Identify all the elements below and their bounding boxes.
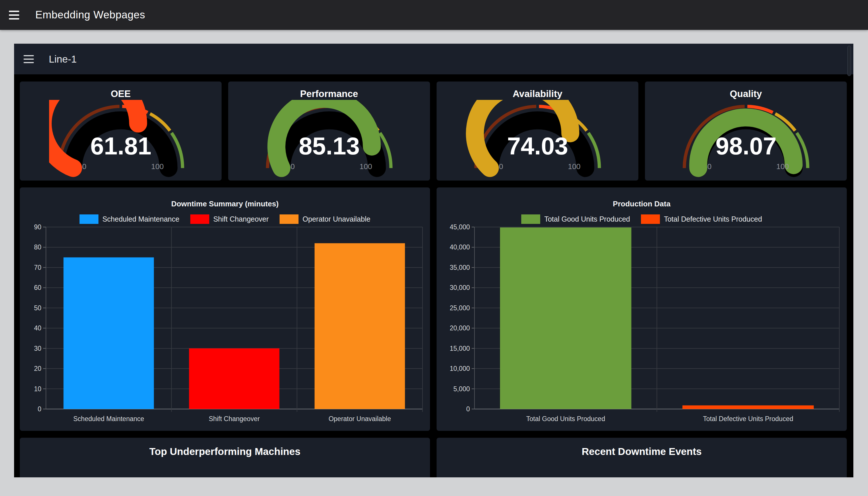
y-tick-label: 20: [34, 365, 41, 372]
y-tick-label: 45,000: [450, 223, 470, 231]
hamburger-icon: [9, 18, 19, 19]
panel-title: Top Underperforming Machines: [20, 446, 430, 457]
y-tick-label: 50: [34, 304, 41, 312]
hamburger-icon: [9, 11, 19, 12]
gauge-card-oee: OEE61.810100: [20, 81, 221, 181]
legend-swatch: [280, 214, 298, 224]
gauge-availability: 74.030100: [466, 100, 609, 177]
chart-row: 0102030405060708090Scheduled Maintenance…: [20, 187, 847, 431]
panel-recent-downtime-events: Recent Downtime Events: [437, 438, 847, 477]
app-top-bar: Embedding Webpages: [0, 0, 868, 30]
panel-top-underperforming-machines: Top Underperforming Machines: [20, 438, 430, 477]
gauge-min-label: 0: [499, 162, 503, 171]
dashboard-title: Line-1: [49, 53, 77, 65]
app-menu-button[interactable]: [9, 11, 19, 19]
legend-swatch: [641, 214, 660, 224]
legend-swatch: [190, 214, 209, 224]
gauge-max-label: 100: [151, 162, 164, 171]
scrollbar-thumb[interactable]: [847, 46, 851, 76]
chart-plot-downtime-summary-minutes: 0102030405060708090Scheduled Maintenance…: [20, 187, 430, 431]
app-title: Embedding Webpages: [35, 9, 145, 21]
y-tick-label: 30,000: [450, 284, 470, 291]
gauge-quality: 98.070100: [674, 100, 818, 177]
legend-label: Operator Unavailable: [303, 215, 370, 223]
y-tick-label: 10,000: [450, 365, 470, 372]
legend-swatch: [521, 214, 540, 224]
dashboard-scrollbar[interactable]: [847, 44, 852, 477]
y-tick-label: 40: [34, 324, 41, 332]
gauge-min-label: 0: [82, 162, 87, 171]
gauge-min-label: 0: [291, 162, 295, 171]
y-tick-label: 15,000: [450, 345, 470, 352]
hamburger-icon: [24, 59, 34, 60]
chart-plot-production-data: 05,00010,00015,00020,00025,00030,00035,0…: [437, 187, 847, 431]
gauge-oee: 61.810100: [49, 100, 192, 177]
y-tick-label: 60: [34, 284, 41, 291]
legend-label: Shift Changeover: [213, 215, 269, 223]
legend-label: Scheduled Maintenance: [103, 215, 180, 223]
legend-item-operator-unavailable[interactable]: Operator Unavailable: [280, 214, 370, 224]
dashboard-menu-button[interactable]: [24, 55, 34, 63]
gauge-card-quality: Quality98.070100: [645, 81, 847, 181]
y-tick-label: 80: [34, 244, 41, 251]
gauge-title: OEE: [111, 89, 131, 99]
panel-title: Recent Downtime Events: [437, 446, 847, 457]
bar-operator-unavailable[interactable]: [314, 243, 405, 409]
gauge-value: 85.13: [298, 132, 360, 159]
bar-shift-changeover[interactable]: [189, 348, 280, 409]
dashboard-body: OEE61.810100Performance85.130100Availabi…: [14, 74, 853, 477]
hamburger-icon: [24, 55, 34, 56]
legend-item-shift-changeover[interactable]: Shift Changeover: [190, 214, 269, 224]
hamburger-icon: [9, 14, 19, 16]
gauge-max-label: 100: [568, 162, 580, 171]
y-tick-label: 5,000: [453, 385, 470, 393]
chart-legend: Scheduled MaintenanceShift ChangeoverOpe…: [20, 214, 430, 224]
x-category-label: Total Good Units Produced: [526, 415, 605, 422]
chart-title: Downtime Summary (minutes): [20, 200, 430, 208]
embedded-dashboard: Line-1 OEE61.810100Performance85.130100A…: [14, 44, 853, 477]
gauge-title: Quality: [730, 89, 762, 99]
gauge-title: Performance: [300, 89, 358, 99]
bar-scheduled-maintenance[interactable]: [63, 258, 154, 409]
gauge-min-label: 0: [707, 162, 712, 171]
legend-swatch: [79, 214, 98, 224]
chart-card-production-data: 05,00010,00015,00020,00025,00030,00035,0…: [437, 187, 847, 431]
y-tick-label: 90: [34, 223, 41, 231]
gauge-value: 74.03: [507, 132, 568, 159]
bar-total-good-units-produced[interactable]: [500, 227, 632, 409]
gauge-card-availability: Availability74.030100: [437, 81, 638, 181]
gauge-row: OEE61.810100Performance85.130100Availabi…: [20, 81, 847, 181]
y-tick-label: 35,000: [450, 264, 470, 271]
y-tick-label: 0: [37, 405, 41, 413]
chart-title: Production Data: [437, 200, 847, 208]
gauge-performance: 85.130100: [258, 100, 401, 177]
gauge-title: Availability: [513, 89, 562, 99]
y-tick-label: 30: [34, 345, 41, 352]
y-tick-label: 20,000: [450, 324, 470, 332]
gauge-value: 61.81: [90, 132, 151, 159]
x-category-label: Scheduled Maintenance: [73, 415, 144, 422]
y-tick-label: 25,000: [450, 304, 470, 312]
dashboard-header: Line-1: [14, 44, 853, 74]
y-tick-label: 0: [466, 405, 470, 413]
chart-card-downtime-summary-minutes: 0102030405060708090Scheduled Maintenance…: [20, 187, 430, 431]
y-tick-label: 40,000: [450, 244, 470, 251]
legend-item-total-good-units-produced[interactable]: Total Good Units Produced: [521, 214, 630, 224]
bottom-row: Top Underperforming Machines Recent Down…: [20, 438, 847, 477]
chart-legend: Total Good Units ProducedTotal Defective…: [437, 214, 847, 224]
gauge-value: 98.07: [715, 132, 776, 159]
page: { "app_bar": { "title": "Embedding Webpa…: [0, 0, 868, 496]
legend-label: Total Defective Units Produced: [664, 215, 762, 223]
y-tick-label: 10: [34, 385, 41, 393]
gauge-max-label: 100: [359, 162, 372, 171]
hamburger-icon: [24, 62, 34, 63]
x-category-label: Shift Changeover: [209, 415, 260, 422]
legend-item-total-defective-units-produced[interactable]: Total Defective Units Produced: [641, 214, 762, 224]
x-category-label: Total Defective Units Produced: [703, 415, 793, 422]
x-category-label: Operator Unavailable: [329, 415, 391, 422]
gauge-card-performance: Performance85.130100: [228, 81, 430, 181]
bar-total-defective-units-produced[interactable]: [682, 405, 814, 409]
y-tick-label: 70: [34, 264, 41, 271]
legend-label: Total Good Units Produced: [544, 215, 630, 223]
legend-item-scheduled-maintenance[interactable]: Scheduled Maintenance: [79, 214, 180, 224]
